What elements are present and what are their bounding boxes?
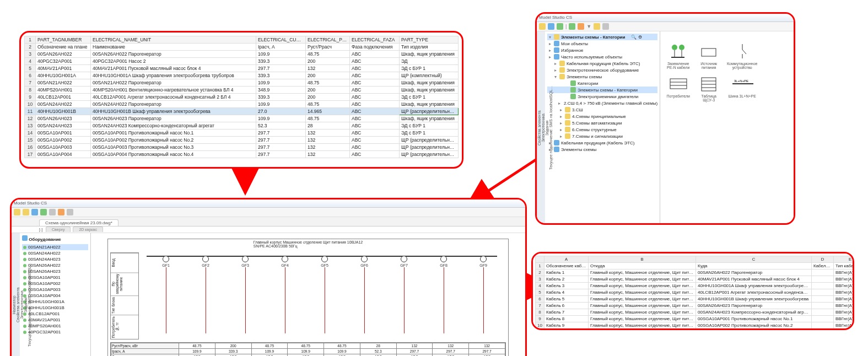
tree-item[interactable]: 40MPS20AH001 bbox=[22, 323, 88, 329]
settings-icon[interactable] bbox=[67, 209, 73, 215]
side-ribbon[interactable]: НавигаторСвойства элементаЭлектротехника… bbox=[12, 233, 20, 356]
open-icon[interactable] bbox=[23, 209, 29, 215]
tree-item[interactable]: 40PGC32AP001 bbox=[22, 329, 88, 335]
table-cell[interactable]: 297.7 bbox=[256, 130, 306, 137]
feeder[interactable]: GF4 bbox=[271, 256, 299, 333]
header-cell[interactable]: Кабельна bbox=[812, 263, 834, 269]
table-cell[interactable]: ABC bbox=[350, 87, 400, 94]
table-cell[interactable]: 132 bbox=[306, 130, 350, 137]
run-icon[interactable] bbox=[40, 209, 47, 215]
table-cell[interactable]: Главный корпус, Машинное отделение, Щит … bbox=[589, 309, 696, 316]
tree-item[interactable]: 40HHU10GH001A bbox=[22, 299, 88, 305]
table-cell[interactable]: 348.9 bbox=[256, 87, 306, 94]
tree-node[interactable]: ▸7.Схемы и сигнализации bbox=[547, 133, 657, 139]
tree-node[interactable]: ▸4.Схемы принципиальные bbox=[547, 113, 657, 120]
tree-node[interactable]: Электроприемники двигатели bbox=[547, 93, 657, 100]
lib-toolbar[interactable]: | ▼ bbox=[537, 22, 794, 31]
table-cell[interactable]: 40MAV21AP001 Пусковой масляный насос бло… bbox=[91, 65, 256, 72]
table-cell[interactable]: 40HHU10GH001B Шкаф управления электрообо… bbox=[91, 108, 256, 115]
table-cell[interactable]: 339.3 bbox=[256, 94, 306, 101]
tree-item[interactable]: 00SAN26AH023 bbox=[22, 268, 88, 274]
table-cell[interactable]: 40MPS20AH001 bbox=[36, 87, 91, 94]
table-cell[interactable]: 00SAN21AH022 bbox=[36, 79, 91, 87]
tree-node[interactable]: ▸3.СШ bbox=[547, 106, 657, 113]
table-cell[interactable]: 00SGA10AP001 Противопожарный насос No.1 bbox=[91, 130, 256, 137]
table-cell[interactable]: Главный корпус, Машинное отделение, Щит … bbox=[589, 269, 696, 276]
cable-table[interactable]: ABCDEFGHIJ1Обозначение кабеляОткудаКудаК… bbox=[535, 256, 854, 330]
side-tab[interactable]: Задания bbox=[545, 31, 549, 224]
table-cell[interactable]: ЩР (распределительный) bbox=[400, 151, 459, 158]
folder-icon[interactable] bbox=[14, 209, 20, 215]
table-cell[interactable]: 14.965 bbox=[306, 108, 350, 115]
table-cell[interactable]: ЭД bbox=[400, 58, 459, 65]
table-cell[interactable]: Шкаф, ящик управления bbox=[400, 115, 459, 122]
table-cell[interactable]: 00SGA10AP002 Противопожарный насос No.2 bbox=[696, 322, 812, 329]
table-cell[interactable]: 00SAN26AH022 bbox=[36, 51, 91, 58]
table-cell[interactable]: 40LCB12AP001 Агрегат электронасосный кон… bbox=[696, 289, 812, 296]
table-cell[interactable]: 48.75 bbox=[306, 101, 350, 108]
library-tree[interactable]: ▾Элементы схемы - Категории 🔍 ⚙▸Мои объе… bbox=[545, 31, 660, 224]
table-cell[interactable]: ВВГнг(A)-LSLTx bbox=[834, 316, 855, 322]
symbol-table[interactable]: Таблица ЩСУ-3 bbox=[696, 75, 721, 102]
table-cell[interactable]: 200 bbox=[306, 72, 350, 79]
col-header[interactable]: ELECTRICAL_NAME_UNIT bbox=[91, 36, 256, 44]
lib-folder-icon[interactable] bbox=[539, 23, 546, 30]
tree-item[interactable]: 00SGA10AP001 bbox=[22, 274, 88, 281]
tree-item[interactable]: 40LCB12AP001 bbox=[22, 311, 88, 317]
header-cell[interactable]: Тип кабеля bbox=[834, 263, 855, 269]
tree-node[interactable]: Категории bbox=[547, 80, 657, 87]
table-cell[interactable]: 109.9 bbox=[256, 51, 306, 58]
tree-node[interactable]: ▸5.Схемы автоматизации bbox=[547, 120, 657, 126]
view-top[interactable]: Сверху bbox=[46, 226, 71, 232]
table-cell[interactable]: 200 bbox=[306, 94, 350, 101]
table-cell[interactable]: 48.75 bbox=[306, 51, 350, 58]
tree-root[interactable]: ▾Элементы схемы - Категории 🔍 ⚙ bbox=[547, 34, 657, 40]
table-cell[interactable]: 40HHU10GH001A Шкаф управления электрообо… bbox=[91, 72, 256, 79]
tree-node[interactable]: Элементы схемы - Категории bbox=[547, 87, 657, 93]
table-cell[interactable]: 00SAN24AH023 Компрессорно-конденсаторный… bbox=[91, 122, 256, 130]
table-cell[interactable]: Шкаф, ящик управления bbox=[400, 51, 459, 58]
lib-add-icon[interactable] bbox=[557, 23, 563, 30]
lib-star-icon[interactable] bbox=[594, 23, 600, 30]
table-cell[interactable]: 297.7 bbox=[256, 65, 306, 72]
lib-side-ribbon[interactable]: Свойства элементаЭлектротехникаЗаданияТе… bbox=[537, 31, 545, 224]
col-letter[interactable]: E bbox=[834, 256, 855, 263]
table-cell[interactable]: 00SGA10AP001 Противопожарный насос No.1 bbox=[696, 316, 812, 322]
table-cell[interactable]: ВВГнг(A)-LSLTx bbox=[834, 269, 855, 276]
table-cell[interactable]: 48.75 bbox=[306, 79, 350, 87]
table-cell[interactable] bbox=[812, 316, 834, 322]
symbol-switch[interactable]: Коммутационное устройство bbox=[727, 42, 758, 69]
table-cell[interactable]: ABC bbox=[350, 137, 400, 144]
table-cell[interactable] bbox=[812, 283, 834, 289]
table-cell[interactable]: 00SGA10AP003 Противопожарный насос No.3 bbox=[91, 144, 256, 151]
table-cell[interactable]: Кабель 8 bbox=[544, 316, 589, 322]
col-header[interactable]: PART_TYPE bbox=[400, 36, 459, 44]
side-tab[interactable]: Электротехника bbox=[20, 233, 24, 356]
table-cell[interactable]: ABC bbox=[350, 79, 400, 87]
tree-item[interactable]: 00SGA10AP004 bbox=[22, 293, 88, 299]
table-cell[interactable]: 40MPS20AH001 Вентиляционно-нагревательно… bbox=[91, 87, 256, 94]
table-cell[interactable]: 40MAV21AP001 bbox=[36, 65, 91, 72]
lib-refresh-icon[interactable] bbox=[548, 23, 554, 30]
table-cell[interactable]: 200 bbox=[306, 87, 350, 94]
view-wireframe[interactable]: 2D каркас bbox=[73, 226, 103, 232]
feeder[interactable]: GF9 bbox=[470, 256, 497, 333]
table-cell[interactable]: ABC bbox=[350, 130, 400, 137]
feeder[interactable]: GF3 bbox=[231, 256, 259, 333]
table-cell[interactable]: ЭД с БУР 1 bbox=[400, 94, 459, 101]
table-cell[interactable]: Кабель 1 bbox=[544, 269, 589, 276]
table-cell[interactable]: ЭД с БУР 1 bbox=[400, 130, 459, 137]
table-cell[interactable]: 00SAN26AH023 bbox=[36, 115, 91, 122]
table-cell[interactable] bbox=[812, 296, 834, 303]
table-cell[interactable]: ABC bbox=[350, 51, 400, 58]
table-cell[interactable]: ABC bbox=[350, 72, 400, 79]
table-cell[interactable]: 40MAV21AP001 Пусковой масляный насос бло… bbox=[696, 276, 812, 283]
table-cell[interactable]: 297.7 bbox=[256, 137, 306, 144]
table-cell[interactable]: 00SAN26AH023 Парогенератор bbox=[91, 115, 256, 122]
tree-item[interactable]: 00SAN21AH022 bbox=[22, 244, 88, 250]
table-cell[interactable]: 297.7 bbox=[256, 151, 306, 158]
table-cell[interactable]: Главный корпус, Машинное отделение, Щит … bbox=[589, 316, 696, 322]
feeder[interactable]: GF5 bbox=[311, 256, 338, 333]
table-cell[interactable]: 48.75 bbox=[306, 115, 350, 122]
tree-item[interactable]: 00SGA10AP002 bbox=[22, 281, 88, 287]
